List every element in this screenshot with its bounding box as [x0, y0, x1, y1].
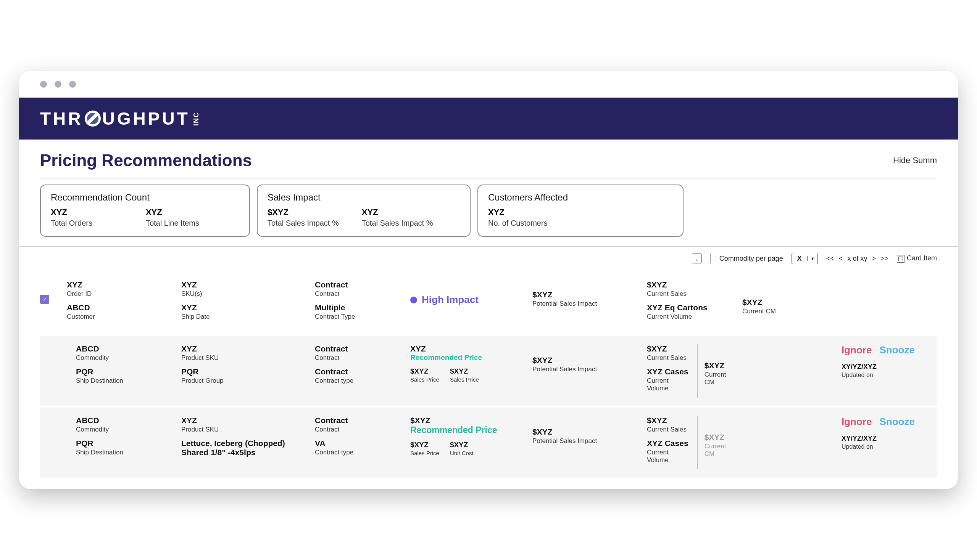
- contract-value: Contract: [315, 280, 403, 289]
- sales-price-1-value: $XYZ: [410, 441, 439, 449]
- chevron-down-icon: ▾: [807, 256, 818, 261]
- select-all-checkbox[interactable]: ✓: [40, 295, 49, 304]
- card-item-toggle[interactable]: Card Item: [897, 254, 937, 262]
- summary-row: Recommendation Count XYZ Total Orders XY…: [40, 178, 937, 246]
- ignore-button[interactable]: Ignore: [841, 344, 872, 356]
- recommended-price-label: Recommended Price: [410, 425, 525, 435]
- section-divider: [19, 246, 958, 247]
- current-cm-value: $XYZ: [704, 433, 734, 442]
- page-title: Pricing Recommendations: [40, 151, 252, 170]
- vertical-separator: [697, 344, 698, 398]
- page-size-select[interactable]: X ▾: [791, 253, 818, 264]
- current-volume-label: Current Volume: [647, 449, 690, 464]
- card-title: Customers Affected: [488, 192, 673, 203]
- impact-label: High Impact: [422, 294, 478, 306]
- contract-label: Contract: [315, 354, 403, 362]
- list-toolbar: ↓ Commodity per page X ▾ << < x of xy > …: [40, 253, 937, 264]
- customer-value: ABCD: [67, 303, 174, 312]
- psi-value: $XYZ: [532, 290, 639, 299]
- updated-on-label: Updated on: [841, 443, 933, 450]
- pager-prev-button[interactable]: <: [839, 255, 843, 263]
- product-group-value: Lettuce, Iceberg (Chopped) Shared 1/8" -…: [181, 439, 307, 457]
- product-sku-label: Product SKU: [181, 426, 307, 433]
- metric-value: XYZ: [51, 207, 92, 217]
- metric-value: XYZ: [362, 207, 433, 217]
- hide-summary-toggle[interactable]: Hide Summ: [893, 155, 937, 165]
- commodity-label: Commodity: [76, 354, 174, 362]
- download-icon[interactable]: ↓: [692, 253, 702, 263]
- product-group-label: Product Group: [181, 377, 307, 385]
- card-customers-affected: Customers Affected XYZ No. of Customers: [477, 185, 684, 237]
- sales-price-1-value: $XYZ: [410, 367, 439, 375]
- snooze-button[interactable]: Snooze: [879, 416, 914, 428]
- toolbar-separator: [710, 253, 711, 263]
- order-id-value: XYZ: [67, 280, 174, 289]
- contract-value: Contract: [315, 344, 403, 353]
- metric-label: Total Sales Impact %: [268, 219, 339, 228]
- current-cm-label: Current CM: [704, 443, 734, 458]
- pager-last-button[interactable]: >>: [880, 255, 888, 263]
- window-chrome: [19, 71, 958, 98]
- recommended-price-label: Recommended Price: [410, 353, 525, 362]
- contract-type-value: VA: [315, 439, 403, 448]
- recommendation-row: ABCD Commodity PQR Ship Destination XYZ …: [40, 406, 937, 478]
- pager-first-button[interactable]: <<: [826, 255, 834, 263]
- ship-date-value: XYZ: [181, 303, 307, 312]
- contract-label: Contract: [315, 426, 403, 433]
- brand-header: THRUGHPUTINC: [19, 98, 958, 140]
- product-group-value: PQR: [181, 367, 307, 376]
- card-recommendation-count: Recommendation Count XYZ Total Orders XY…: [40, 185, 250, 237]
- ship-destination-value: PQR: [76, 439, 174, 448]
- commodity-value: ABCD: [76, 416, 174, 425]
- per-page-label: Commodity per page: [719, 255, 783, 263]
- recommended-price-value: XYZ: [410, 344, 525, 353]
- traffic-light-dot[interactable]: [55, 81, 62, 88]
- brand-logo: THRUGHPUTINC: [40, 108, 200, 129]
- current-sales-value: $XYZ: [647, 344, 690, 353]
- sku-value: XYZ: [181, 280, 307, 289]
- traffic-light-dot[interactable]: [69, 81, 76, 88]
- impact-badge: High Impact: [410, 280, 525, 306]
- card-title: Sales Impact: [268, 192, 460, 203]
- commodity-value: ABCD: [76, 344, 174, 353]
- customer-label: Customer: [67, 313, 174, 321]
- current-cm-value: $XYZ: [742, 298, 834, 307]
- ignore-button[interactable]: Ignore: [841, 416, 872, 428]
- recommendation-row: ABCD Commodity PQR Ship Destination XYZ …: [40, 334, 937, 406]
- pager-position: x of xy: [847, 255, 867, 263]
- snooze-button[interactable]: Snooze: [879, 344, 914, 356]
- product-sku-value: XYZ: [181, 344, 307, 353]
- pager: << < x of xy > >>: [826, 255, 888, 263]
- current-volume-value: XYZ Cases: [647, 367, 690, 376]
- metric-label: Total Line Items: [146, 219, 199, 228]
- sales-price-1-label: Sales Price: [410, 376, 439, 383]
- contract-type-label: Contract type: [315, 377, 403, 385]
- contract-type-value: Multiple: [315, 303, 403, 312]
- current-sales-value: $XYZ: [647, 416, 690, 425]
- ship-destination-label: Ship Destination: [76, 377, 174, 385]
- psi-value: $XYZ: [532, 356, 639, 365]
- traffic-light-dot[interactable]: [40, 81, 47, 88]
- updated-on-value: XY/YZ/XYZ: [841, 363, 933, 371]
- pager-next-button[interactable]: >: [872, 255, 876, 263]
- aggregate-row: ✓ XYZ Order ID ABCD Customer XYZ SKU(s): [40, 272, 937, 334]
- app-window: THRUGHPUTINC Pricing Recommendations Hid…: [19, 71, 958, 489]
- current-volume-value: XYZ Cases: [647, 439, 690, 448]
- product-sku-value: XYZ: [181, 416, 307, 425]
- order-id-label: Order ID: [67, 290, 174, 298]
- brand-o-icon: [85, 110, 101, 127]
- contract-label: Contract: [315, 290, 403, 298]
- current-sales-label: Current Sales: [647, 290, 734, 298]
- ship-date-label: Ship Date: [181, 313, 307, 321]
- metric-value: $XYZ: [268, 207, 339, 217]
- contract-value: Contract: [315, 416, 403, 425]
- sales-price-2-value: $XYZ: [450, 367, 479, 375]
- current-volume-label: Current Volume: [647, 313, 734, 321]
- metric-value: XYZ: [146, 207, 199, 217]
- updated-on-label: Updated on: [841, 372, 933, 378]
- brand-inc: INC: [192, 112, 200, 126]
- psi-label: Potential Sales Impact: [532, 366, 639, 373]
- ship-destination-label: Ship Destination: [76, 449, 174, 456]
- current-sales-label: Current Sales: [647, 354, 690, 362]
- impact-dot-icon: [410, 297, 417, 303]
